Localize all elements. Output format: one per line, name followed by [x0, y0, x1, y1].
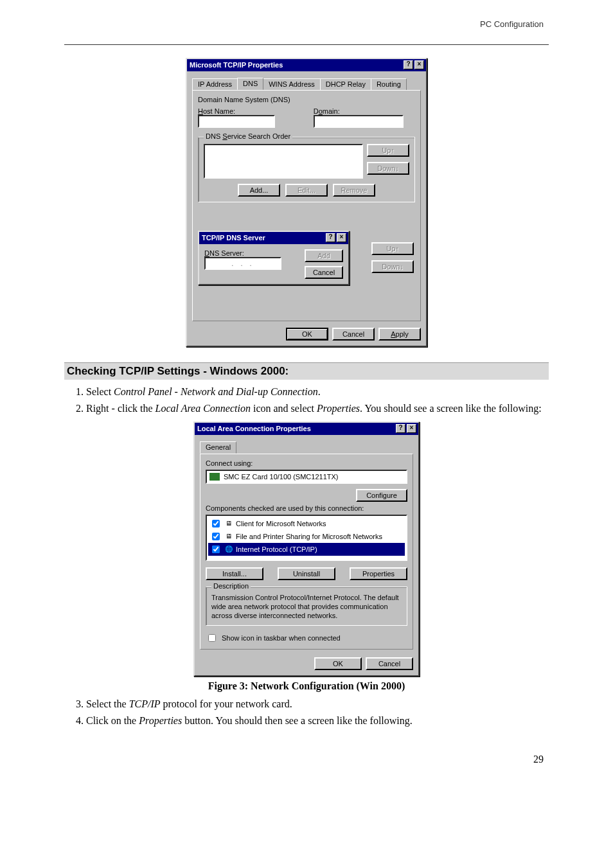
step-4: Click on the Properties button. You shou…	[86, 714, 549, 728]
tcpip-dns-server-dialog: TCP/IP DNS Server ? × DNS Server:	[198, 231, 350, 285]
checkbox-tcpip[interactable]	[212, 545, 220, 553]
step2-post: . You should see a screen like the follo…	[360, 403, 542, 414]
suffix-up-button[interactable]: Up↑	[371, 242, 414, 255]
dns-edit-button[interactable]: Edit...	[285, 184, 328, 197]
dns-remove-button[interactable]: Remove	[333, 184, 375, 197]
sub-dialog-title: TCP/IP DNS Server	[202, 234, 265, 242]
search-order-legend: ervice Search Order	[227, 132, 290, 140]
step1-pre: Select	[86, 386, 114, 397]
tab-general[interactable]: General	[200, 441, 236, 454]
step2-italic-2: Properties	[317, 403, 360, 414]
tab-wins-address[interactable]: WINS Address	[263, 78, 321, 90]
description-text: Transmission Control Protocol/Internet P…	[211, 594, 402, 620]
help-icon[interactable]: ?	[404, 60, 413, 69]
list-item[interactable]: 🌐 Internet Protocol (TCP/IP)	[208, 543, 405, 556]
ok-button[interactable]: OK	[314, 657, 362, 670]
header-rule	[64, 44, 549, 45]
lan-properties-dialog: Local Area Connection Properties ? × Gen…	[193, 421, 420, 677]
dialog-title: Microsoft TCP/IP Properties	[190, 61, 283, 69]
description-legend: Description	[211, 582, 251, 590]
host-name-label: ost Name:	[203, 107, 235, 115]
ok-button[interactable]: OK	[286, 328, 328, 341]
step3-pre: Select the	[86, 698, 129, 709]
step4-post: button. You should then see a screen lik…	[182, 715, 413, 726]
help-icon[interactable]: ?	[396, 424, 405, 433]
step4-italic: Properties	[139, 715, 182, 726]
tab-routing[interactable]: Routing	[371, 78, 407, 90]
client-icon: 🖥	[224, 520, 233, 527]
component-label: Internet Protocol (TCP/IP)	[236, 545, 317, 553]
components-list[interactable]: 🖥 Client for Microsoft Networks 🖥 File a…	[206, 515, 407, 561]
component-label: File and Printer Sharing for Microsoft N…	[236, 533, 382, 540]
fileshare-icon: 🖥	[224, 533, 233, 540]
section-heading: Checking TCP/IP Settings - Windows 2000:	[64, 362, 549, 380]
properties-button[interactable]: Properties	[350, 567, 407, 580]
cancel-button[interactable]: Cancel	[366, 657, 413, 670]
dialog2-title: Local Area Connection Properties	[197, 425, 311, 432]
step-2: Right - click the Local Area Connection …	[86, 402, 549, 416]
step1-italic: Control Panel - Network and Dial-up Conn…	[114, 386, 318, 397]
domain-label: main:	[323, 107, 340, 115]
host-name-input[interactable]	[198, 115, 275, 128]
show-icon-label: Show icon in taskbar when connected	[222, 634, 341, 642]
step-3: Select the TCP/IP protocol for your netw…	[86, 697, 549, 711]
domain-input[interactable]	[314, 115, 404, 128]
show-icon-checkbox[interactable]	[208, 634, 216, 642]
uninstall-button[interactable]: Uninstall	[278, 567, 335, 580]
help-icon[interactable]: ?	[326, 233, 335, 242]
step2-italic-1: Local Area Connection	[155, 403, 251, 414]
connect-using-label: Connect using:	[206, 459, 253, 467]
steps-list-2: Select the TCP/IP protocol for your netw…	[64, 697, 549, 727]
close-icon[interactable]: ×	[414, 60, 424, 69]
configure-button[interactable]: Configure	[356, 489, 407, 502]
components-label: Components checked are used by this conn…	[206, 504, 364, 512]
list-item[interactable]: 🖥 Client for Microsoft Networks	[208, 517, 405, 530]
component-label: Client for Microsoft Networks	[236, 520, 326, 527]
page-number: 29	[64, 754, 549, 765]
step2-pre: Right - click the	[86, 403, 155, 414]
running-header: PC Configuration	[64, 19, 549, 29]
close-icon[interactable]: ×	[407, 424, 416, 433]
dns-add-button[interactable]: Add...	[238, 184, 280, 197]
protocol-icon: 🌐	[224, 545, 233, 553]
nic-icon	[209, 473, 220, 481]
dns-group-label: Domain Name System (DNS)	[198, 96, 415, 103]
step-1: Select Control Panel - Network and Dial-…	[86, 385, 549, 399]
tab-dns[interactable]: DNS	[237, 78, 263, 90]
apply-button[interactable]: Apply	[378, 328, 421, 341]
checkbox-fileshare[interactable]	[212, 533, 220, 540]
figure-caption: Figure 3: Network Configuration (Win 200…	[64, 680, 549, 692]
checkbox-client[interactable]	[212, 520, 220, 527]
adapter-name: SMC EZ Card 10/100 (SMC1211TX)	[224, 473, 339, 481]
steps-list-1: Select Control Panel - Network and Dial-…	[64, 385, 549, 415]
tab-dhcp-relay[interactable]: DHCP Relay	[320, 78, 371, 90]
install-button[interactable]: Install...	[206, 567, 263, 580]
tab-ip-address[interactable]: IP Address	[192, 78, 238, 90]
step3-post: protocol for your network card.	[161, 698, 292, 709]
suffix-down-button[interactable]: Down↓	[371, 260, 414, 273]
dns-server-label: NS Server:	[209, 249, 244, 257]
tcpip-properties-dialog: Microsoft TCP/IP Properties ? × IP Addre…	[186, 58, 427, 347]
close-icon[interactable]: ×	[337, 233, 346, 242]
step1-post: .	[318, 386, 321, 397]
dns-down-button[interactable]: Down↓	[367, 162, 409, 175]
step2-mid: icon and select	[251, 403, 317, 414]
step3-italic: TCP/IP	[129, 698, 161, 709]
cancel-button[interactable]: Cancel	[332, 328, 375, 341]
dns-server-input[interactable]	[204, 257, 281, 270]
sub-cancel-button[interactable]: Cancel	[305, 266, 343, 279]
dns-up-button[interactable]: Up↑	[367, 144, 409, 157]
sub-add-button[interactable]: Add	[305, 249, 343, 262]
step4-pre: Click on the	[86, 715, 139, 726]
dns-search-list[interactable]	[204, 144, 363, 179]
list-item[interactable]: 🖥 File and Printer Sharing for Microsoft…	[208, 530, 405, 543]
